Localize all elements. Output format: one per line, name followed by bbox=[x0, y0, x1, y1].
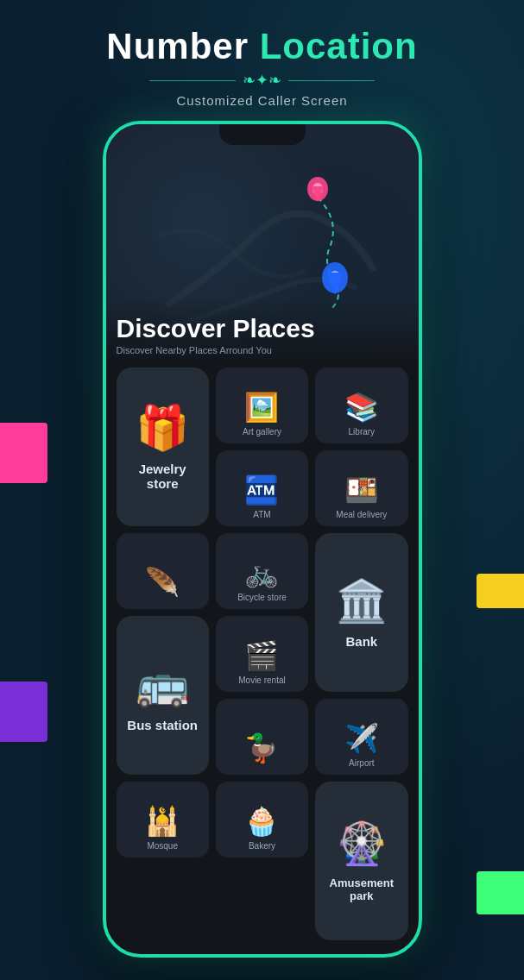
yellow-accent-bar bbox=[477, 574, 524, 608]
pink-accent-bar bbox=[0, 423, 47, 483]
green-accent-bar bbox=[477, 871, 524, 914]
jewelry-store-icon: 🎁 bbox=[136, 403, 189, 453]
amusement-park-label: Amusement park bbox=[320, 876, 402, 902]
discover-subtitle: Discover Nearby Places Arround You bbox=[117, 345, 408, 355]
mosque-label: Mosque bbox=[147, 841, 178, 851]
tile-bus-station[interactable]: 🚌 Bus station bbox=[117, 616, 209, 775]
divider-line-left bbox=[149, 80, 236, 81]
tile-jewelry-store[interactable]: 🎁 Jewelry store bbox=[117, 368, 209, 526]
tile-movie-rental[interactable]: 🎬 Movie rental bbox=[216, 616, 308, 692]
tile-extra-2 bbox=[216, 864, 308, 940]
app-subtitle: Customized Caller Screen bbox=[0, 93, 524, 108]
meal-delivery-icon: 🍱 bbox=[344, 474, 379, 506]
tile-bakery[interactable]: 🧁 Bakery bbox=[216, 782, 308, 858]
tile-art-gallery[interactable]: 🖼️ Art gallery bbox=[216, 368, 308, 443]
places-grid: 🎁 Jewelry store 🖼️ Art gallery 📚 Library… bbox=[117, 368, 408, 940]
bakery-label: Bakery bbox=[249, 841, 275, 851]
art-gallery-label: Art gallery bbox=[243, 427, 281, 437]
title-word-number: Number bbox=[106, 26, 249, 66]
tile-amusement-park[interactable]: 🎡 Amusement park bbox=[315, 782, 407, 940]
ornament-icon: ❧✦❧ bbox=[243, 71, 281, 90]
divider-line-right bbox=[288, 80, 375, 81]
atm-label: ATM bbox=[253, 510, 270, 519]
airport-label: Airport bbox=[349, 758, 374, 768]
mosque-icon: 🕌 bbox=[145, 805, 180, 838]
library-label: Library bbox=[349, 427, 376, 437]
bank-icon: 🏛️ bbox=[336, 577, 388, 625]
tile-feather[interactable]: 🪶 bbox=[117, 533, 209, 609]
airport-icon: ✈️ bbox=[344, 722, 379, 755]
art-gallery-icon: 🖼️ bbox=[244, 391, 279, 424]
feather-icon: 🪶 bbox=[145, 566, 180, 599]
purple-accent-bar bbox=[0, 682, 47, 742]
title-word-location: Location bbox=[260, 26, 418, 66]
movie-rental-label: Movie rental bbox=[238, 675, 285, 685]
bank-label: Bank bbox=[345, 634, 377, 649]
jewelry-store-label: Jewelry store bbox=[122, 462, 204, 491]
bicycle-store-icon: 🚲 bbox=[244, 556, 279, 589]
tile-airport[interactable]: 🦆 bbox=[216, 699, 308, 775]
tile-atm[interactable]: 🏧 ATM bbox=[216, 450, 308, 526]
bus-station-label: Bus station bbox=[127, 718, 198, 732]
library-icon: 📚 bbox=[344, 391, 379, 424]
phone-frame: Discover Places Discover Nearby Places A… bbox=[103, 121, 422, 958]
amusement-park-icon: 🎡 bbox=[336, 820, 388, 868]
bicycle-store-label: Bicycle store bbox=[237, 593, 287, 602]
content-area: Discover Places Discover Nearby Places A… bbox=[106, 314, 419, 940]
discover-title: Discover Places bbox=[117, 314, 408, 343]
tile-extra-1 bbox=[117, 864, 209, 940]
bakery-icon: 🧁 bbox=[244, 805, 279, 838]
tile-airport-main[interactable]: ✈️ Airport bbox=[315, 699, 407, 775]
airport-col2-icon: 🦆 bbox=[244, 732, 279, 764]
tile-library[interactable]: 📚 Library bbox=[315, 368, 407, 443]
tile-bank[interactable]: 🏛️ Bank bbox=[315, 533, 407, 692]
app-title: Number Location bbox=[0, 26, 524, 67]
header-divider: ❧✦❧ bbox=[0, 71, 524, 90]
movie-rental-icon: 🎬 bbox=[244, 639, 279, 672]
meal-delivery-label: Meal delivery bbox=[336, 510, 387, 519]
tile-meal-delivery[interactable]: 🍱 Meal delivery bbox=[315, 450, 407, 526]
atm-icon: 🏧 bbox=[244, 474, 279, 506]
bus-station-icon: 🚌 bbox=[136, 659, 189, 709]
app-header: Number Location ❧✦❧ Customized Caller Sc… bbox=[0, 26, 524, 108]
tile-mosque[interactable]: 🕌 Mosque bbox=[117, 782, 209, 858]
tile-bicycle-store[interactable]: 🚲 Bicycle store bbox=[216, 533, 308, 609]
phone-notch bbox=[219, 124, 306, 145]
